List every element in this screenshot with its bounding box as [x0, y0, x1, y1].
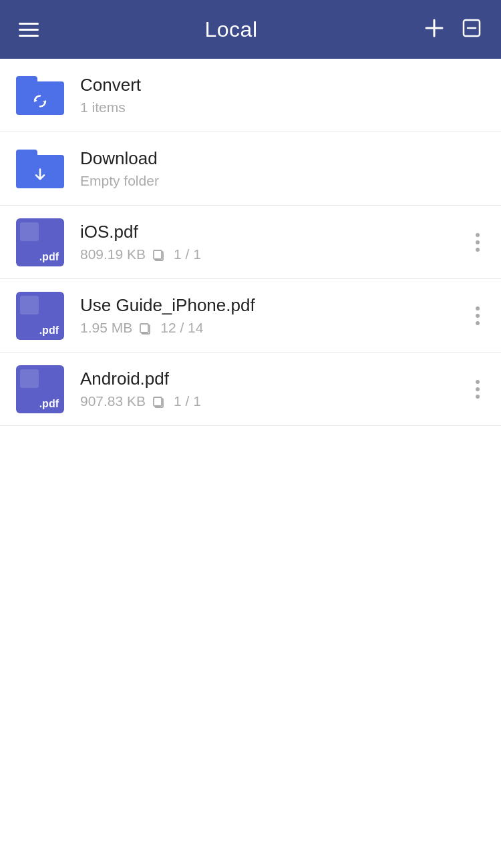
add-button[interactable] — [424, 17, 445, 42]
android-pdf-item-info: Android.pdf 907.83 KB 1 / 1 — [75, 369, 465, 409]
pages-icon — [152, 393, 167, 409]
edit-button[interactable] — [461, 17, 482, 42]
ios-pdf-item-info: iOS.pdf 809.19 KB 1 / 1 — [75, 222, 465, 262]
use-guide-pdf-icon: .pdf — [16, 292, 75, 340]
file-list: Convert 1 items Download Empty fo — [0, 59, 501, 426]
hamburger-menu-button[interactable] — [19, 23, 39, 37]
list-item-use-guide[interactable]: .pdf Use Guide_iPhone.pdf 1.95 MB 12 / 1… — [0, 279, 501, 353]
app-header: Local — [0, 0, 501, 59]
ios-pdf-item-meta: 809.19 KB 1 / 1 — [80, 246, 465, 262]
pages-icon — [139, 320, 154, 336]
convert-item-name: Convert — [80, 75, 485, 95]
svg-rect-6 — [154, 250, 162, 259]
more-button-android[interactable] — [470, 375, 485, 404]
header-actions — [424, 17, 482, 42]
list-item-download[interactable]: Download Empty folder — [0, 132, 501, 206]
svg-rect-8 — [140, 324, 148, 333]
use-guide-item-info: Use Guide_iPhone.pdf 1.95 MB 12 / 14 — [75, 295, 465, 336]
pdf-label: .pdf — [39, 252, 59, 262]
use-guide-item-name: Use Guide_iPhone.pdf — [80, 295, 465, 316]
android-pdf-item-meta: 907.83 KB 1 / 1 — [80, 393, 465, 409]
pdf-label: .pdf — [39, 399, 59, 409]
android-pdf-item-name: Android.pdf — [80, 369, 465, 389]
more-button-ios[interactable] — [470, 228, 485, 257]
download-item-name: Download — [80, 148, 485, 169]
convert-folder-icon — [16, 76, 75, 115]
download-item-meta: Empty folder — [80, 173, 485, 189]
android-pdf-icon: .pdf — [16, 365, 75, 413]
list-item-convert[interactable]: Convert 1 items — [0, 59, 501, 132]
more-button-use-guide[interactable] — [470, 301, 485, 331]
list-item-ios-pdf[interactable]: .pdf iOS.pdf 809.19 KB 1 / 1 — [0, 206, 501, 279]
svg-rect-10 — [154, 397, 162, 406]
pages-icon — [152, 246, 167, 262]
list-item-android-pdf[interactable]: .pdf Android.pdf 907.83 KB 1 / 1 — [0, 353, 501, 426]
convert-item-info: Convert 1 items — [75, 75, 485, 116]
ios-pdf-icon: .pdf — [16, 218, 75, 266]
convert-item-meta: 1 items — [80, 99, 485, 116]
download-folder-icon — [16, 150, 75, 188]
use-guide-item-meta: 1.95 MB 12 / 14 — [80, 320, 465, 336]
download-item-info: Download Empty folder — [75, 148, 485, 189]
page-title: Local — [205, 17, 258, 42]
ios-pdf-item-name: iOS.pdf — [80, 222, 465, 242]
pdf-label: .pdf — [39, 325, 59, 336]
